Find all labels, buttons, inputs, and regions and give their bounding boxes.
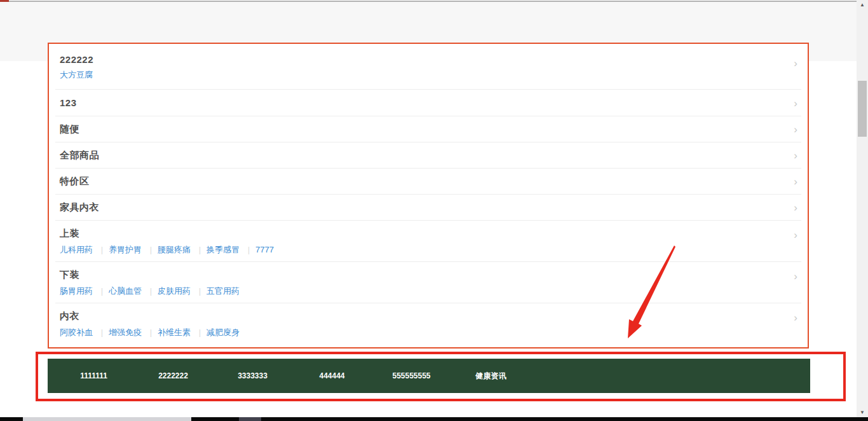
footer-nav-item[interactable]: 3333333 (213, 371, 292, 380)
subcategory-link[interactable]: 7777 (242, 245, 274, 254)
subcategory-link[interactable]: 减肥廋身 (193, 328, 240, 337)
chevron-right-icon: › (794, 124, 797, 135)
top-left-red-mark (0, 0, 9, 2)
top-divider-line (0, 1, 868, 2)
subcategory-links: 阿胶补血 增强免疫 补维生素 减肥廋身 (60, 327, 797, 338)
category-title[interactable]: 123 (60, 97, 77, 108)
category-title[interactable]: 222222 (60, 54, 797, 65)
footer-nav-bar: 1111111 2222222 3333333 444444 555555555… (48, 359, 810, 393)
category-title[interactable]: 下装 (60, 269, 797, 281)
category-row[interactable]: 下装 肠胃用药 心脑血管 皮肤用药 五官用药 › (55, 262, 801, 303)
subcategory-link[interactable]: 皮肤用药 (144, 286, 191, 296)
category-row[interactable]: 全部商品 › (55, 142, 801, 169)
footer-nav-item[interactable]: 1111111 (54, 371, 133, 380)
footer-nav-item[interactable]: 健康资讯 (451, 371, 531, 382)
bottom-edge-segment-light (23, 417, 191, 421)
subcategory-links: 儿科用药 养胃护胃 腰腿疼痛 换季感冒 7777 (60, 244, 797, 256)
category-title[interactable]: 家具内衣 (60, 202, 99, 214)
category-panel: 222222 大方豆腐 › 123 › 随便 › 全部商品 › 特价区 › 家具… (48, 43, 809, 349)
subcategory-link[interactable]: 儿科用药 (60, 245, 93, 254)
chevron-right-icon: › (794, 312, 797, 323)
chevron-right-icon: › (794, 150, 797, 161)
scroll-down-icon[interactable]: ▼ (857, 408, 868, 418)
chevron-right-icon: › (794, 271, 797, 282)
category-row[interactable]: 特价区 › (55, 169, 801, 195)
chevron-right-icon: › (794, 176, 797, 187)
category-row[interactable]: 随便 › (55, 116, 801, 142)
chevron-right-icon: › (794, 97, 797, 108)
category-row[interactable]: 家具内衣 › (55, 195, 801, 221)
subcategory-link[interactable]: 换季感冒 (193, 245, 240, 254)
category-title[interactable]: 全部商品 (60, 149, 99, 162)
scrollbar-thumb[interactable] (858, 81, 867, 137)
vertical-scrollbar[interactable]: ▲ ▼ (857, 0, 868, 418)
subcategory-link[interactable]: 大方豆腐 (60, 70, 93, 79)
category-title[interactable]: 上装 (60, 228, 797, 240)
subcategory-links: 大方豆腐 (60, 69, 797, 81)
chevron-right-icon: › (794, 58, 797, 69)
subcategory-link[interactable]: 心脑血管 (95, 286, 142, 296)
scroll-up-icon[interactable]: ▲ (857, 0, 868, 10)
category-title[interactable]: 特价区 (60, 176, 90, 188)
window-bottom-edge (0, 417, 868, 421)
subcategory-link[interactable]: 补维生素 (144, 328, 191, 337)
category-title[interactable]: 随便 (60, 123, 79, 135)
category-title[interactable]: 内衣 (60, 310, 797, 322)
page: 222222 大方豆腐 › 123 › 随便 › 全部商品 › 特价区 › 家具… (0, 0, 868, 421)
subcategory-link[interactable]: 肠胃用药 (60, 286, 93, 296)
category-row[interactable]: 内衣 阿胶补血 增强免疫 补维生素 减肥廋身 › (55, 303, 801, 349)
footer-nav-item[interactable]: 555555555 (372, 371, 451, 380)
category-row[interactable]: 上装 儿科用药 养胃护胃 腰腿疼痛 换季感冒 7777 › (55, 221, 801, 262)
category-row[interactable]: 222222 大方豆腐 › (55, 44, 801, 90)
chevron-right-icon: › (794, 230, 797, 240)
footer-nav-item[interactable]: 444444 (292, 371, 372, 380)
subcategory-links: 肠胃用药 心脑血管 皮肤用药 五官用药 (60, 286, 797, 297)
subcategory-link[interactable]: 五官用药 (193, 286, 240, 296)
footer-nav-item[interactable]: 2222222 (133, 371, 213, 380)
subcategory-link[interactable]: 增强免疫 (95, 328, 142, 337)
bottom-edge-segment-dark (239, 417, 261, 421)
subcategory-link[interactable]: 养胃护胃 (95, 245, 142, 254)
subcategory-link[interactable]: 阿胶补血 (60, 328, 93, 337)
subcategory-link[interactable]: 腰腿疼痛 (144, 245, 191, 254)
chevron-right-icon: › (794, 202, 797, 213)
category-row[interactable]: 123 › (55, 90, 801, 116)
